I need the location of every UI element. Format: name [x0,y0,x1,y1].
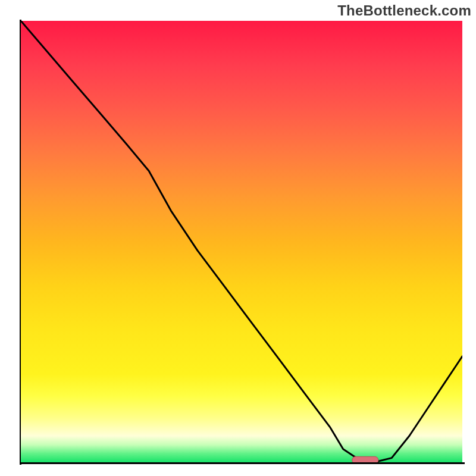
highlight-marker [352,456,378,462]
x-axis-line [20,462,465,464]
plot-area [21,21,462,462]
chart-root: TheBottleneck.com [0,0,476,476]
bottleneck-curve [21,21,462,462]
chart-overlay [21,21,462,462]
attribution-text: TheBottleneck.com [337,2,471,19]
